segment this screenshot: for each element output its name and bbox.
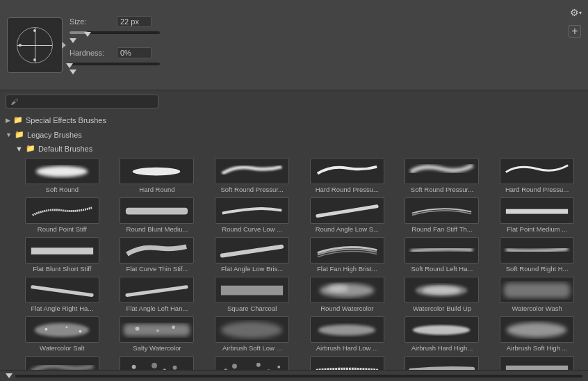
brush-name-label: Round Angle Low S... — [310, 225, 384, 233]
svg-point-17 — [79, 330, 81, 333]
brush-name-label: Soft Round Pressur... — [405, 186, 479, 193]
brush-item[interactable]: Watercolor Wash — [490, 275, 584, 314]
hardness-label: Hardness: — [70, 49, 111, 57]
brush-item[interactable]: Flat Point Medium ... — [490, 196, 584, 234]
brush-item[interactable]: Flat Angle Right Ha... — [15, 275, 109, 314]
subgroup-default-brushes[interactable]: ▼ 📁 Default Brushes — [4, 142, 584, 155]
brush-item[interactable]: Round Curve Low ... — [205, 196, 299, 234]
brush-item[interactable]: Round Blunt Mediu... — [111, 196, 204, 234]
brush-preview-thumbnail — [25, 237, 99, 264]
legacy-brushes-chevron: ▼ — [6, 131, 12, 138]
brush-item[interactable]: Soft Round Right H... — [490, 236, 584, 274]
brush-preview-thumbnail — [310, 277, 384, 303]
hardness-down-arrow — [70, 70, 76, 74]
brush-item[interactable]: Salty Watercolor — [111, 315, 204, 353]
brush-name-label: Square Charcoal — [215, 305, 289, 312]
brush-name-label: Airbrush Hard Low ... — [310, 344, 384, 352]
brush-item[interactable]: Soft Round Pressur... — [395, 156, 489, 195]
brush-item[interactable]: Hard Round Pressu... — [300, 156, 394, 195]
brush-item[interactable]: Flat Fan High Brist... — [300, 236, 394, 274]
svg-point-24 — [413, 325, 470, 335]
brush-item[interactable]: Airbrush Soft High ... — [490, 315, 584, 353]
hardness-slider-container — [70, 63, 160, 74]
brush-item[interactable]: Hard Round Pressu... — [490, 156, 584, 195]
brush-name-label: Watercolor Salt — [25, 344, 99, 352]
top-controls: Size: Hardness: — [0, 0, 588, 90]
default-brushes-chevron: ▼ — [15, 145, 23, 153]
brush-list[interactable]: ▶ 📁 Special Effects Brushes ▼ 📁 Legacy B… — [0, 113, 588, 370]
brush-preview-thumbnail — [310, 356, 384, 370]
bottom-slider-track[interactable] — [15, 375, 582, 378]
group-legacy-brushes[interactable]: ▼ 📁 Legacy Brushes — [4, 127, 584, 142]
brush-item[interactable]: Watercolor Salt — [15, 315, 109, 353]
svg-point-33 — [232, 364, 237, 368]
brush-item[interactable]: Round Point Stiff — [15, 196, 109, 234]
brush-item[interactable]: Watercolor Spatter... — [205, 355, 299, 370]
brush-size-indicator — [17, 27, 53, 63]
brush-preview-thumbnail — [310, 237, 384, 264]
brush-item[interactable]: Flat Angle Low Bris... — [205, 236, 299, 274]
gear-button[interactable]: ⚙ ▾ — [569, 6, 582, 19]
brush-item[interactable]: Flat Curve Thin Stif... — [111, 236, 204, 274]
special-effects-folder-icon: 📁 — [13, 115, 23, 124]
crosshair-dot-bottom — [33, 58, 36, 61]
brush-name-label: Flat Angle Low Bris... — [215, 265, 289, 273]
brush-item[interactable]: Soft Round Pressur... — [205, 156, 299, 195]
brush-preview-thumbnail — [215, 237, 289, 264]
svg-rect-2 — [126, 208, 188, 215]
brush-item[interactable]: Airbrush Soft Low ... — [205, 315, 299, 353]
size-slider-thumb[interactable] — [84, 32, 91, 37]
brush-name-label: Airbrush Hard High... — [405, 344, 479, 352]
hardness-slider-thumb[interactable] — [66, 63, 73, 68]
brush-item[interactable]: Round Fan Stiff Th... — [395, 196, 489, 234]
brush-item[interactable]: Watercolor Build Up — [395, 275, 489, 314]
svg-point-16 — [65, 326, 67, 328]
brush-name-label: Round Watercolor — [310, 305, 384, 312]
svg-point-20 — [156, 330, 159, 332]
brush-name-label: Round Blunt Mediu... — [120, 225, 194, 233]
svg-rect-38 — [506, 366, 568, 370]
brush-preview-thumbnail — [500, 197, 574, 224]
size-input[interactable] — [117, 16, 152, 27]
controls-right: Size: Hardness: — [70, 16, 160, 74]
brush-item[interactable]: Airbrush Hard High... — [395, 315, 489, 353]
group-special-effects[interactable]: ▶ 📁 Special Effects Brushes — [4, 113, 584, 127]
brush-item[interactable]: Square Pastel — [490, 355, 584, 370]
brush-item[interactable]: Hard Round — [111, 156, 204, 195]
brush-preview-thumbnail — [405, 356, 479, 370]
brush-name-label: Soft Round Left Ha... — [405, 265, 479, 273]
brush-preview-thumbnail — [215, 356, 289, 370]
brush-preview-thumbnail — [25, 197, 99, 224]
brush-preview-thumbnail — [215, 277, 289, 303]
brush-preview-thumbnail — [500, 356, 574, 370]
hardness-slider-track[interactable] — [70, 63, 160, 65]
svg-point-10 — [327, 284, 348, 293]
brush-preview-thumbnail — [120, 197, 194, 224]
brush-preview-thumbnail — [215, 197, 289, 224]
brush-item[interactable]: Square Charcoal — [205, 275, 299, 314]
brush-item[interactable]: Crayon — [395, 355, 489, 370]
brush-item[interactable]: Airbrush Hard Low ... — [300, 315, 394, 353]
add-button[interactable]: + — [569, 25, 581, 38]
brush-item[interactable]: Watercolor Spatter... — [111, 355, 204, 370]
brush-preview-thumbnail — [405, 316, 479, 343]
bottom-slider-thumb[interactable] — [6, 373, 13, 378]
brush-preview-thumbnail — [405, 197, 479, 224]
crosshair-dot-left — [19, 44, 22, 47]
brush-item[interactable]: Watercolor Brush o... — [15, 355, 109, 370]
brush-name-label: Round Fan Stiff Th... — [405, 225, 479, 233]
brush-item[interactable]: Lino Crayon — [300, 355, 394, 370]
brush-item[interactable]: Soft Round Left Ha... — [395, 236, 489, 274]
size-slider-track[interactable] — [70, 31, 160, 34]
hardness-input[interactable] — [117, 47, 152, 58]
size-label: Size: — [70, 17, 111, 26]
brush-item[interactable]: Round Angle Low S... — [300, 196, 394, 234]
brush-preview-thumbnail — [500, 277, 574, 303]
brush-item[interactable]: Flat Angle Left Han... — [111, 275, 204, 314]
brush-name-label: Watercolor Wash — [500, 305, 574, 312]
brush-item[interactable]: Flat Blunt Short Stiff — [15, 236, 109, 274]
brush-item[interactable]: Round Watercolor — [300, 275, 394, 314]
brush-item[interactable]: Soft Round — [15, 156, 109, 195]
svg-point-29 — [163, 368, 167, 370]
svg-point-35 — [256, 363, 261, 367]
